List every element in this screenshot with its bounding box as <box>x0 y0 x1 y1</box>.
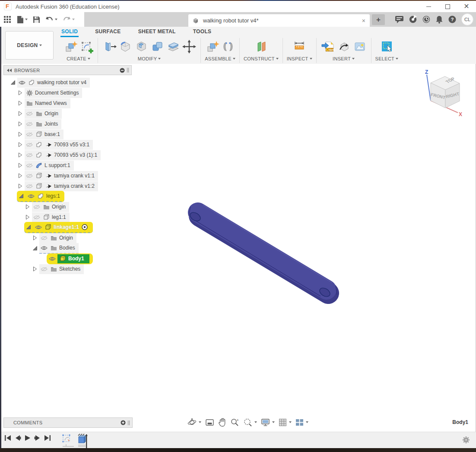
browser-collapse-icon[interactable] <box>120 68 125 73</box>
visibility-eye-icon[interactable] <box>25 153 33 158</box>
collapse-arrow-icon[interactable] <box>17 183 24 189</box>
tree-row-origin[interactable]: Origin <box>3 202 132 212</box>
tree-row-sketches[interactable]: Sketches <box>3 264 132 274</box>
ribbon-tab-tools[interactable]: TOOLS <box>192 27 213 37</box>
collapse-arrow-icon[interactable] <box>32 266 38 272</box>
grid-settings-icon[interactable] <box>279 418 292 427</box>
tree-row-bodies[interactable]: Bodies <box>3 243 132 253</box>
visibility-eye-icon[interactable] <box>40 236 48 240</box>
go-to-end-icon[interactable] <box>44 435 51 441</box>
visibility-eye-icon[interactable] <box>25 163 33 168</box>
visibility-eye-icon[interactable] <box>25 111 33 116</box>
save-icon[interactable] <box>31 15 42 24</box>
timeline-settings-gear-icon[interactable] <box>462 436 470 444</box>
insert-derive-icon[interactable] <box>336 39 351 54</box>
move-icon[interactable] <box>182 39 197 54</box>
activate-component-radio-icon[interactable] <box>81 224 89 230</box>
play-icon[interactable] <box>24 435 31 441</box>
redo-icon[interactable] <box>61 15 76 24</box>
tree-row-70093-v55-v3-1[interactable]: 70093 v55 v3:1 <box>3 139 132 150</box>
shell-icon[interactable] <box>134 39 149 54</box>
visibility-eye-icon[interactable] <box>18 80 26 85</box>
measure-icon[interactable] <box>292 39 307 54</box>
collapse-arrow-icon[interactable] <box>17 101 24 106</box>
combine-icon[interactable] <box>150 39 165 54</box>
new-tab-button[interactable]: + <box>372 14 385 25</box>
tree-row-leg1-1[interactable]: leg1:1 <box>3 212 132 222</box>
collapse-arrow-icon[interactable] <box>17 132 24 137</box>
extensions-icon[interactable] <box>409 15 417 24</box>
group-label-select[interactable]: SELECT <box>375 56 399 61</box>
visibility-eye-icon[interactable] <box>48 256 56 261</box>
comments-expand-icon[interactable] <box>121 420 126 425</box>
tree-row-tamiya-crank-v1-2[interactable]: tamiya crank v1:2 <box>3 181 132 191</box>
tree-row-l-support-1[interactable]: L support:1 <box>3 160 132 171</box>
undo-icon[interactable] <box>44 15 59 24</box>
construction-plane-icon[interactable] <box>254 39 268 54</box>
visibility-eye-icon[interactable] <box>25 184 33 189</box>
collapse-arrow-icon[interactable] <box>24 215 31 220</box>
close-button[interactable]: ✕ <box>457 1 476 12</box>
help-icon[interactable]: ? <box>448 15 457 24</box>
collapse-arrow-icon[interactable] <box>17 121 24 126</box>
group-label-inspect[interactable]: INSPECT <box>287 56 312 61</box>
collapse-arrow-icon[interactable] <box>32 235 38 240</box>
step-forward-icon[interactable] <box>34 435 41 441</box>
collapse-arrow-icon[interactable] <box>17 173 24 178</box>
comments-icon[interactable] <box>395 16 404 24</box>
app-grid-icon[interactable] <box>2 15 13 24</box>
visibility-eye-icon[interactable] <box>25 122 33 126</box>
tree-row-base-1[interactable]: base:1 <box>3 129 132 139</box>
visibility-eye-icon[interactable] <box>33 215 41 220</box>
select-icon[interactable] <box>379 39 394 54</box>
ribbon-tab-sheet-metal[interactable]: SHEET METAL <box>137 27 177 37</box>
tree-row-origin[interactable]: Origin <box>3 108 132 119</box>
fillet-icon[interactable] <box>118 39 133 54</box>
offset-face-icon[interactable] <box>166 39 181 54</box>
group-label-insert[interactable]: INSERT <box>333 56 355 61</box>
window-zoom-icon[interactable] <box>243 418 257 427</box>
expanded-arrow-icon[interactable] <box>18 193 25 199</box>
joint-icon[interactable] <box>221 39 235 54</box>
look-at-icon[interactable] <box>205 418 214 427</box>
viewcube[interactable]: Z X TOP FRONT RIGHT <box>416 69 469 117</box>
tree-row-named-views[interactable]: Named Views <box>3 98 132 108</box>
insert-canvas-icon[interactable] <box>352 39 367 54</box>
tab-close-icon[interactable]: × <box>362 17 365 24</box>
extrude-feature-icon[interactable] <box>77 433 90 449</box>
file-new-icon[interactable] <box>15 15 29 25</box>
visibility-eye-icon[interactable] <box>25 132 33 137</box>
document-tab[interactable]: walking robot tutor v4* × <box>188 14 370 27</box>
ribbon-tab-solid[interactable]: SOLID <box>60 27 79 37</box>
viewports-icon[interactable] <box>295 419 308 426</box>
visibility-eye-icon[interactable] <box>25 142 33 147</box>
design-menu-button[interactable]: DESIGN <box>5 31 54 60</box>
tree-row-joints[interactable]: Joints <box>3 119 132 129</box>
avatar[interactable]: CL <box>461 13 473 25</box>
visibility-eye-icon[interactable] <box>25 174 33 178</box>
tree-row-origin[interactable]: Origin <box>3 233 132 243</box>
collapse-arrow-icon[interactable] <box>24 204 31 209</box>
tree-row-walking-robot-tutor-v4[interactable]: walking robot tutor v4 <box>3 77 132 88</box>
collapse-arrow-icon[interactable] <box>17 163 24 168</box>
create-sketch-icon[interactable] <box>79 39 94 54</box>
tree-row-70093-v55-v3-1-1[interactable]: 70093 v55 v3 (1):1 <box>3 150 132 160</box>
collapse-left-icon[interactable] <box>7 69 12 72</box>
new-component-icon[interactable] <box>205 39 219 54</box>
zoom-icon[interactable]: ± <box>230 418 239 427</box>
expanded-arrow-icon[interactable] <box>10 80 16 85</box>
comments-bar[interactable]: COMMENTS <box>3 417 133 428</box>
collapse-arrow-icon[interactable] <box>17 90 24 95</box>
collapse-arrow-icon[interactable] <box>17 152 24 158</box>
group-label-create[interactable]: CREATE <box>67 56 90 61</box>
step-back-icon[interactable] <box>14 435 21 441</box>
tree-row-linkage1-1[interactable]: linkage1:1 <box>3 222 132 233</box>
maximize-button[interactable] <box>438 1 457 12</box>
visibility-eye-icon[interactable] <box>27 194 35 199</box>
panel-grip-icon[interactable] <box>128 420 130 425</box>
panel-grip-icon[interactable] <box>127 68 129 73</box>
tree-row-document-settings[interactable]: Document Settings <box>3 88 132 98</box>
sketch-feature-icon[interactable] <box>62 433 75 449</box>
visibility-eye-icon[interactable] <box>40 267 48 272</box>
recent-icon[interactable] <box>422 15 431 24</box>
